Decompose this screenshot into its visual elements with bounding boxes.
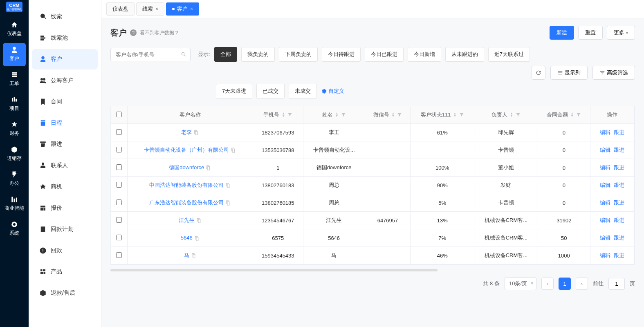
more-button[interactable]: 更多 ▾: [607, 26, 635, 40]
customer-name-cell[interactable]: 中国浩达智能装备股份有限公司: [127, 177, 253, 194]
follow-link[interactable]: 跟进: [614, 182, 624, 188]
filter-chip[interactable]: 从未跟进的: [445, 47, 484, 62]
nav-item-6[interactable]: 办公: [3, 168, 26, 191]
sub-nav-item-11[interactable]: 回款: [32, 240, 98, 261]
goto-page-input[interactable]: [608, 278, 625, 290]
sub-nav-item-9[interactable]: 报价: [32, 198, 98, 218]
sub-nav-item-1[interactable]: 线索池: [32, 28, 98, 48]
search-input[interactable]: [110, 48, 191, 61]
sub-nav-item-4[interactable]: 合同: [32, 92, 98, 112]
copy-icon[interactable]: [231, 148, 236, 153]
sort-icon[interactable]: ▲▼: [282, 112, 285, 117]
sub-nav-item-3[interactable]: 公海客户: [32, 70, 98, 91]
filter-chip[interactable]: 7天未跟进: [216, 84, 252, 99]
custom-filter-link[interactable]: 自定义: [321, 87, 344, 95]
sub-nav-item-7[interactable]: 联系人: [32, 155, 98, 176]
sub-nav-item-8[interactable]: 商机: [32, 177, 98, 197]
copy-icon[interactable]: [191, 253, 196, 258]
customer-name-cell[interactable]: 马: [127, 247, 253, 264]
advanced-filter-button[interactable]: 高级筛选: [592, 66, 635, 80]
copy-icon[interactable]: [196, 218, 202, 223]
help-icon[interactable]: ?: [130, 29, 137, 36]
reset-button[interactable]: 重置: [578, 26, 603, 40]
nav-item-3[interactable]: 项目: [3, 93, 26, 116]
edit-link[interactable]: 编辑: [600, 199, 610, 206]
row-checkbox[interactable]: [116, 252, 122, 258]
filter-chip[interactable]: 近7天联系过: [488, 47, 530, 62]
column-header[interactable]: 微信号▲▼: [365, 106, 411, 124]
filter-chip[interactable]: 已成交: [256, 84, 285, 99]
copy-icon[interactable]: [206, 165, 211, 170]
column-header[interactable]: 合同金额▲▼: [538, 106, 590, 124]
edit-link[interactable]: 编辑: [600, 252, 610, 258]
page-size-select[interactable]: 10条/页: [505, 277, 536, 290]
edit-link[interactable]: 编辑: [600, 182, 610, 188]
select-all-checkbox[interactable]: [116, 112, 122, 117]
follow-link[interactable]: 跟进: [614, 252, 624, 258]
copy-icon[interactable]: [193, 130, 199, 135]
new-button[interactable]: 新建: [550, 26, 574, 40]
filter-icon[interactable]: [397, 112, 402, 117]
follow-link[interactable]: 跟进: [614, 129, 624, 135]
customer-name-cell[interactable]: 江先生: [127, 212, 253, 229]
filter-icon[interactable]: [459, 112, 464, 117]
column-header[interactable]: 负责人▲▼: [474, 106, 538, 124]
page-number-button[interactable]: 1: [559, 278, 571, 290]
nav-item-5[interactable]: 进销存: [3, 143, 26, 166]
row-checkbox[interactable]: [116, 164, 122, 170]
copy-icon[interactable]: [225, 183, 231, 188]
filter-icon[interactable]: [287, 112, 292, 117]
page-hint[interactable]: 看不到客户数据？: [140, 29, 179, 36]
filter-chip[interactable]: 今日新增: [408, 47, 441, 62]
sort-icon[interactable]: ▲▼: [570, 112, 574, 117]
copy-icon[interactable]: [225, 200, 231, 206]
sub-nav-item-13[interactable]: 退款/售后: [32, 283, 98, 303]
tab-0[interactable]: 仪表盘: [106, 2, 135, 16]
edit-link[interactable]: 编辑: [600, 235, 610, 241]
sub-nav-item-0[interactable]: 线索: [32, 7, 98, 27]
edit-link[interactable]: 编辑: [600, 147, 610, 153]
nav-item-7[interactable]: 商业智能: [3, 193, 26, 216]
filter-chip[interactable]: 全部: [214, 47, 237, 62]
row-checkbox[interactable]: [116, 182, 122, 188]
filter-chip[interactable]: 今日已跟进: [365, 47, 404, 62]
close-icon[interactable]: ×: [190, 6, 193, 12]
filter-chip[interactable]: 我负责的: [241, 47, 275, 62]
filter-icon[interactable]: [341, 112, 346, 117]
edit-link[interactable]: 编辑: [600, 129, 610, 135]
sub-nav-item-6[interactable]: 跟进: [32, 134, 98, 155]
row-checkbox[interactable]: [116, 199, 122, 205]
columns-button[interactable]: 显示列: [550, 66, 588, 80]
sub-nav-item-10[interactable]: 回款计划: [32, 219, 98, 240]
follow-link[interactable]: 跟进: [614, 217, 624, 223]
sort-icon[interactable]: ▲▼: [335, 112, 339, 117]
column-header[interactable]: 姓名▲▼: [303, 106, 365, 124]
follow-link[interactable]: 跟进: [614, 235, 624, 241]
copy-icon[interactable]: [194, 236, 200, 241]
filter-icon[interactable]: [576, 112, 581, 117]
sub-nav-item-2[interactable]: 客户: [32, 49, 98, 69]
row-checkbox[interactable]: [116, 217, 122, 223]
nav-item-2[interactable]: 工单: [3, 68, 26, 91]
sort-icon[interactable]: ▲▼: [510, 112, 513, 117]
refresh-button[interactable]: [532, 66, 545, 80]
follow-link[interactable]: 跟进: [614, 164, 624, 170]
prev-page-button[interactable]: ‹: [541, 278, 554, 290]
nav-item-1[interactable]: 客户: [3, 43, 26, 66]
filter-chip[interactable]: 下属负责的: [279, 47, 318, 62]
follow-link[interactable]: 跟进: [614, 199, 624, 206]
edit-link[interactable]: 编辑: [600, 164, 610, 170]
column-header[interactable]: 手机号▲▼: [253, 106, 303, 124]
row-checkbox[interactable]: [116, 147, 122, 152]
row-checkbox[interactable]: [116, 129, 122, 135]
tab-1[interactable]: 线索×: [136, 2, 164, 16]
customer-name-cell[interactable]: 老李: [127, 124, 253, 141]
filter-icon[interactable]: [516, 112, 521, 117]
nav-item-4[interactable]: 财务: [3, 118, 26, 141]
sort-icon[interactable]: ▲▼: [392, 112, 395, 117]
customer-name-cell[interactable]: 卡普顿自动化设备（广州）有限公司: [127, 141, 253, 159]
nav-item-0[interactable]: 仪表盘: [3, 18, 26, 41]
sub-nav-item-12[interactable]: 产品: [32, 262, 98, 282]
row-checkbox[interactable]: [116, 235, 122, 240]
customer-name-cell[interactable]: 5646: [127, 229, 253, 247]
